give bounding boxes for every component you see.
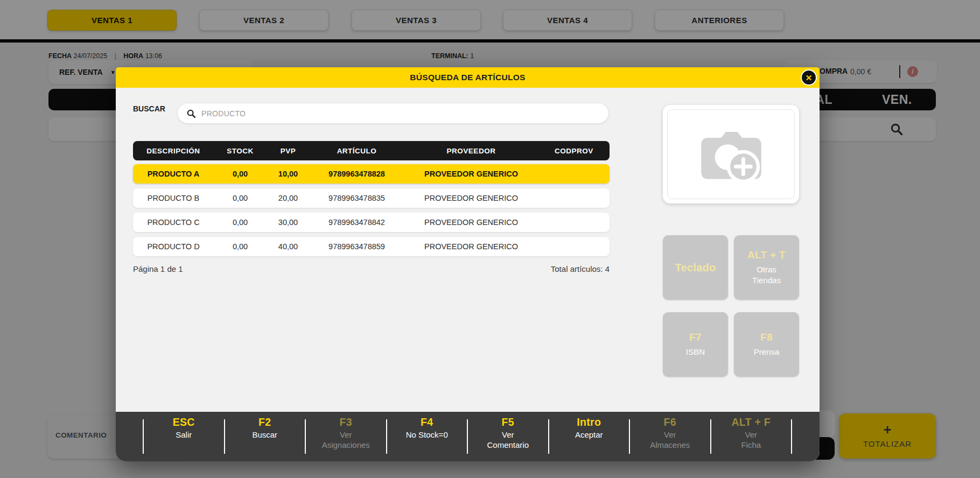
fkey-label: ESC [173, 416, 195, 428]
f7-key: F7 [689, 332, 702, 343]
table-row[interactable]: PRODUCTO D0,0040,009789963478859PROVEEDO… [133, 237, 610, 256]
cell: 30,00 [267, 218, 310, 227]
close-icon[interactable]: ✕ [801, 69, 817, 86]
dialog-titlebar: BÚSQUEDA DE ARTÍCULOS ✕ [116, 67, 820, 88]
fkey-esc[interactable]: ESCSalir [144, 412, 224, 461]
buscar-label: BUSCAR [133, 104, 165, 113]
teclado-button[interactable]: Teclado [663, 235, 728, 300]
table-row[interactable]: PRODUCTO C0,0030,009789963478842PROVEEDO… [133, 213, 610, 232]
cell: PRODUCTO B [133, 194, 214, 202]
fkey-sublabel: Buscar [252, 430, 277, 440]
cell: PRODUCTO C [133, 218, 214, 227]
fkey-sublabel: Ver Almacenes [650, 430, 690, 451]
fkey-f3: F3Ver Asignaciones [306, 412, 386, 461]
cell: PRODUCTO A [133, 170, 214, 178]
fkey-sublabel: Ver Comentario [487, 430, 529, 451]
total-articles: Total artículos: 4 [551, 264, 610, 273]
fkey-label: ALT + F [731, 416, 771, 428]
otras-tiendas-button[interactable]: ALT + T Otras Tiendas [734, 235, 799, 300]
function-key-bar: ESCSalirF2BuscarF3Ver AsignacionesF4No S… [116, 412, 820, 461]
column-header-art-culo: ARTÍCULO [310, 147, 404, 155]
cell: PROVEEDOR GENERICO [404, 194, 538, 202]
fkey-sublabel: Ver Ficha [741, 430, 761, 451]
prensa-label: Prensa [754, 347, 780, 357]
pos-screen: VENTAS 1VENTAS 2VENTAS 3VENTAS 4ANTERIOR… [0, 0, 980, 478]
cell: PROVEEDOR GENERICO [404, 170, 538, 178]
cell: 10,00 [267, 170, 310, 178]
search-field [178, 103, 608, 123]
fkey-label: F4 [421, 416, 433, 428]
cell: 9789963478835 [310, 194, 404, 202]
image-frame [667, 109, 795, 199]
fkey-label: F6 [664, 416, 676, 428]
cell: 40,00 [267, 242, 310, 251]
isbn-button[interactable]: F7 ISBN [663, 312, 728, 377]
fkey-intro[interactable]: IntroAceptar [549, 412, 629, 461]
isbn-label: ISBN [686, 347, 705, 357]
fkey-label: F2 [258, 416, 271, 428]
cell: 20,00 [267, 194, 310, 202]
fkey-label: F5 [502, 416, 514, 428]
side-actions: Teclado ALT + T Otras Tiendas F7 ISBN F8… [663, 235, 799, 377]
results-table: DESCRIPCIÓNSTOCKPVPARTÍCULOPROVEEDORCODP… [133, 141, 610, 261]
column-header-descripci-n: DESCRIPCIÓN [133, 147, 214, 155]
column-header-proveedor: PROVEEDOR [404, 147, 538, 155]
fkey-sublabel: No Stock=0 [406, 430, 448, 440]
cell: 0,00 [214, 170, 267, 178]
article-image-placeholder [663, 105, 799, 203]
column-header-codprov: CODPROV [538, 147, 610, 155]
cell: PROVEEDOR GENERICO [404, 218, 538, 227]
column-header-stock: STOCK [214, 147, 267, 155]
fkey-f4[interactable]: F4No Stock=0 [387, 412, 467, 461]
cell: PRODUCTO D [133, 242, 214, 251]
fkey-f2[interactable]: F2Buscar [225, 412, 305, 461]
cell: 0,00 [214, 242, 267, 251]
teclado-label: Teclado [675, 262, 716, 274]
cell: 9789963478859 [310, 242, 404, 251]
dialog-title: BÚSQUEDA DE ARTÍCULOS [116, 67, 820, 88]
alt-t-key: ALT + T [747, 249, 786, 261]
fkey-f5[interactable]: F5Ver Comentario [468, 412, 548, 461]
otras-tiendas-label: Otras Tiendas [752, 264, 781, 286]
search-icon [186, 109, 196, 118]
table-row[interactable]: PRODUCTO A0,0010,009789963478828PROVEEDO… [133, 164, 610, 184]
cell: 0,00 [214, 218, 267, 227]
search-input[interactable] [200, 109, 608, 118]
fkey-alt-f: ALT + FVer Ficha [711, 412, 792, 461]
article-search-dialog: BÚSQUEDA DE ARTÍCULOS ✕ BUSCAR DESCRIPCI… [116, 67, 820, 461]
cell: 0,00 [214, 194, 267, 202]
cell: PROVEEDOR GENERICO [404, 242, 538, 251]
fkey-sublabel: Ver Asignaciones [322, 430, 370, 451]
page-indicator: Página 1 de 1 [133, 264, 183, 273]
cell: 9789963478842 [310, 218, 404, 227]
prensa-button[interactable]: F8 Prensa [734, 312, 799, 377]
pagination-bar: Página 1 de 1 Total artículos: 4 [133, 264, 610, 273]
fkey-label: F3 [340, 416, 352, 428]
fkey-f6: F6Ver Almacenes [630, 412, 710, 461]
fkey-sublabel: Salir [176, 430, 192, 440]
function-key-items: ESCSalirF2BuscarF3Ver AsignacionesF4No S… [143, 412, 792, 461]
table-row[interactable]: PRODUCTO B0,0020,009789963478835PROVEEDO… [133, 188, 610, 208]
fkey-sublabel: Aceptar [575, 430, 603, 440]
separator [791, 419, 792, 454]
cell: 9789963478828 [310, 170, 404, 178]
f8-key: F8 [760, 332, 773, 343]
fkey-label: Intro [577, 416, 601, 428]
table-body: PRODUCTO A0,0010,009789963478828PROVEEDO… [133, 164, 610, 256]
camera-add-icon [690, 121, 772, 188]
column-header-pvp: PVP [267, 147, 310, 155]
table-header: DESCRIPCIÓNSTOCKPVPARTÍCULOPROVEEDORCODP… [133, 141, 610, 160]
